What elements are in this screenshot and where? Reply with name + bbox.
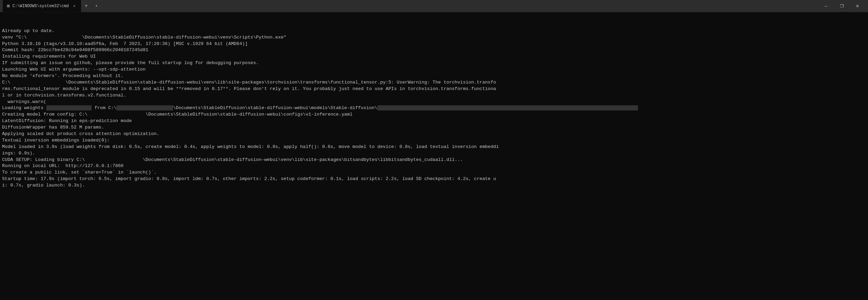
terminal-line: DiffusionWrapper has 859.52 M params. [2, 124, 866, 131]
terminal-line: Running on local URL: http://127.0.0.1:7… [2, 163, 866, 169]
terminal-line: Launching Web UI with arguments: --opt-s… [2, 66, 866, 73]
terminal-line: Applying scaled dot product cross attent… [2, 131, 866, 137]
tabs-dropdown-button[interactable]: ▾ [91, 1, 102, 11]
terminal-line: Textual inversion embeddings loaded(0): [2, 137, 866, 144]
window-controls: ─ ❐ ✕ [818, 0, 865, 12]
terminal-line: rms.functional_tensor module is deprecat… [2, 86, 866, 92]
terminal-line: Already up to date. [2, 28, 866, 34]
terminal-line: Python 3.10.10 (tags/v3.10.10:aad5f6a, F… [2, 41, 866, 47]
terminal-line: CUDA SETUP: Loading binary C:\ \Document… [2, 157, 866, 163]
terminal-line: warnings.warn( [2, 99, 866, 105]
terminal-line: If submitting an issue on github, please… [2, 60, 866, 66]
terminal-line: venv "C:\ \Documents\StableDiffusion\sta… [2, 34, 866, 41]
terminal-line: Startup time: 17.9s (import torch: 6.5s,… [2, 176, 866, 182]
terminal-line: i: 0.7s, gradio launch: 0.3s). [2, 182, 866, 189]
terminal-line: l or in torchvision.transforms.v2.functi… [2, 92, 866, 99]
terminal-line: To create a public link, set `share=True… [2, 169, 866, 176]
new-tab-icon: + [84, 3, 88, 9]
terminal-window: ⊞ C:\WINDOWS\system32\cmd ✕ + ▾ ─ ❐ ✕ Al [0, 0, 868, 300]
terminal-line: Installing requirements for Web UI [2, 54, 866, 60]
close-icon: ✕ [856, 4, 859, 9]
minimize-icon: ─ [825, 4, 828, 9]
titlebar-tabs: ⊞ C:\WINDOWS\system32\cmd ✕ + ▾ [3, 0, 818, 12]
terminal-line: C:\ \Documents\StableDiffusion\stable-di… [2, 79, 866, 86]
terminal-output[interactable]: Already up to date.venv "C:\ \Documents\… [0, 12, 868, 300]
terminal-line: Creating model from config: C:\ \Documen… [2, 111, 866, 118]
terminal-line: Model loaded in 3.9s (load weights from … [2, 144, 866, 150]
close-button[interactable]: ✕ [850, 0, 865, 12]
maximize-button[interactable]: ❐ [834, 0, 850, 12]
cmd-icon: ⊞ [7, 3, 10, 9]
titlebar: ⊞ C:\WINDOWS\system32\cmd ✕ + ▾ ─ ❐ ✕ [0, 0, 868, 12]
terminal-line: ings: 0.9s). [2, 150, 866, 157]
terminal-line: Commit hash: 22bcc7be428c94e9408f589966c… [2, 47, 866, 54]
active-tab[interactable]: ⊞ C:\WINDOWS\system32\cmd ✕ [3, 0, 81, 12]
dropdown-icon: ▾ [95, 3, 97, 9]
maximize-icon: ❐ [840, 4, 844, 9]
terminal-line: Loading weights from C:\ \Documents\Stab… [2, 105, 866, 111]
tab-label: C:\WINDOWS\system32\cmd [12, 4, 69, 9]
minimize-button[interactable]: ─ [818, 0, 834, 12]
new-tab-button[interactable]: + [81, 1, 91, 11]
terminal-line: LatentDiffusion: Running in eps-predicti… [2, 118, 866, 124]
terminal-line: No module 'xformers'. Proceeding without… [2, 73, 866, 79]
tab-close-button[interactable]: ✕ [72, 3, 77, 9]
